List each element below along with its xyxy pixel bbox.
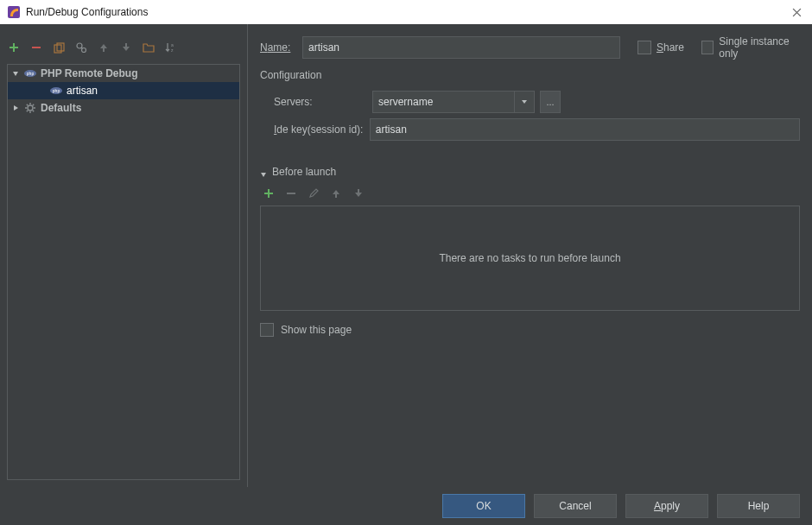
php-icon: php [23, 66, 37, 80]
window-title: Run/Debug Configurations [26, 6, 148, 18]
svg-text:z: z [171, 47, 174, 53]
expander-icon[interactable] [11, 69, 20, 78]
tree-node-label: PHP Remote Debug [41, 67, 137, 79]
left-column: az php PHP Remote Debug php artisan [0, 24, 248, 487]
sort-icon[interactable]: az [164, 41, 178, 54]
wrench-icon[interactable] [74, 41, 88, 54]
tree-node-label: Defaults [41, 102, 81, 114]
add-icon[interactable] [7, 41, 21, 54]
name-input[interactable] [302, 36, 620, 59]
tree-node-artisan[interactable]: php artisan [8, 82, 239, 99]
checkbox-box[interactable] [701, 41, 714, 54]
ok-button[interactable]: OK [442, 494, 525, 518]
svg-line-16 [27, 104, 28, 105]
folder-icon[interactable] [142, 41, 155, 54]
svg-line-18 [27, 111, 28, 111]
content: az php PHP Remote Debug php artisan [0, 24, 812, 487]
ide-key-input[interactable] [370, 118, 800, 141]
apply-button[interactable]: Apply [625, 494, 708, 518]
single-instance-label: Single instance only [719, 35, 800, 60]
checkbox-box[interactable] [638, 41, 651, 54]
ide-key-row: Ide key(session id): [260, 117, 800, 142]
before-launch-toolbar [260, 187, 800, 200]
help-button[interactable]: Help [717, 494, 800, 518]
servers-browse-button[interactable]: ... [540, 91, 561, 113]
footer: OK Cancel Apply Help [0, 487, 812, 525]
svg-point-11 [28, 105, 33, 111]
svg-text:php: php [27, 71, 35, 76]
svg-line-19 [33, 104, 34, 105]
tree-node-defaults[interactable]: Defaults [8, 99, 239, 117]
remove-icon [284, 187, 298, 200]
servers-row: Servers: servername ... [260, 90, 800, 114]
ide-key-label: Ide key(session id): [274, 123, 370, 136]
share-checkbox[interactable]: Share [638, 41, 684, 54]
name-row: Name: Share Single instance only [260, 36, 800, 59]
cancel-button[interactable]: Cancel [534, 494, 617, 518]
configuration-section-label: Configuration [260, 69, 800, 81]
php-icon: php [49, 84, 63, 98]
svg-text:php: php [53, 88, 60, 93]
config-tree[interactable]: php PHP Remote Debug php artisan Default… [7, 64, 240, 480]
gear-icon [23, 101, 37, 115]
before-launch-empty-text: There are no tasks to run before launch [439, 252, 620, 264]
single-instance-checkbox[interactable]: Single instance only [701, 35, 800, 60]
edit-icon [307, 187, 320, 200]
close-button[interactable] [788, 3, 805, 21]
before-launch-header[interactable]: Before launch [260, 166, 800, 178]
show-page-checkbox[interactable]: Show this page [260, 323, 800, 337]
down-arrow-icon [352, 187, 365, 200]
name-label: Name: [260, 41, 294, 54]
share-label: Share [657, 41, 684, 54]
add-icon[interactable] [262, 187, 276, 200]
copy-icon[interactable] [52, 41, 66, 54]
up-arrow-icon [329, 187, 343, 200]
servers-select[interactable]: servername [372, 91, 535, 113]
chevron-down-icon [260, 168, 267, 175]
right-column: Name: Share Single instance only Configu… [248, 24, 812, 487]
expander-icon[interactable] [11, 104, 20, 112]
app-icon [7, 5, 21, 19]
svg-rect-1 [54, 45, 61, 53]
before-launch-label: Before launch [272, 166, 336, 178]
servers-value: servername [378, 96, 433, 108]
titlebar: Run/Debug Configurations [0, 0, 812, 24]
config-toolbar: az [0, 36, 247, 59]
svg-rect-2 [57, 43, 64, 51]
up-arrow-icon[interactable] [97, 41, 111, 54]
tree-node-php-remote-debug[interactable]: php PHP Remote Debug [8, 65, 239, 82]
chevron-down-icon[interactable] [514, 92, 534, 112]
servers-label: Servers: [274, 96, 372, 108]
svg-line-17 [33, 111, 34, 111]
remove-icon[interactable] [29, 41, 43, 54]
tree-node-label: artisan [67, 85, 98, 97]
show-page-label: Show this page [281, 324, 352, 336]
before-launch-panel: There are no tasks to run before launch [260, 206, 800, 311]
splitter-grip[interactable] [248, 240, 249, 271]
checkbox-box[interactable] [260, 323, 274, 337]
down-arrow-icon[interactable] [119, 41, 133, 54]
